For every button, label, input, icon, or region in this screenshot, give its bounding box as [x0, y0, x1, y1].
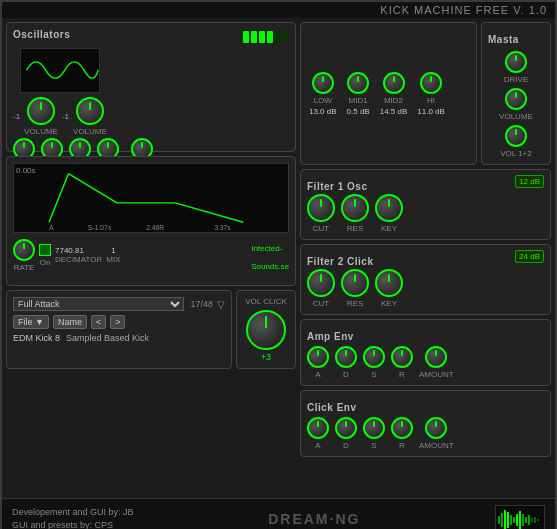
svg-rect-11 [507, 512, 509, 528]
file-button[interactable]: File ▼ [13, 315, 49, 329]
osc2-volume-knob[interactable] [76, 97, 104, 125]
amp-r-knob[interactable] [391, 346, 413, 368]
prev-button[interactable]: < [91, 315, 106, 329]
eq-mid2-value: 14.5 dB [380, 107, 408, 116]
eq-hi-knob[interactable] [420, 72, 442, 94]
svg-line-3 [175, 203, 243, 222]
osc1-waveform[interactable] [20, 48, 100, 93]
filter1-res-label: RES [347, 224, 363, 233]
click-env-panel: Click Env A D S [300, 390, 551, 457]
eq-hi-value: 11.0 dB [417, 107, 445, 116]
svg-rect-9 [501, 513, 503, 527]
svg-rect-19 [531, 518, 533, 522]
filter2-cut-knob[interactable] [307, 269, 335, 297]
click-d-group: D [335, 417, 357, 450]
vol-click-knob[interactable] [246, 310, 286, 350]
rate-knob[interactable] [13, 239, 35, 261]
filter2-res-knob[interactable] [341, 269, 369, 297]
filter1-cut-group: CUT [307, 194, 335, 233]
amp-d-label: D [343, 370, 349, 379]
osc1-value: -1 [13, 112, 20, 121]
click-amount-group: AMOUNT [419, 417, 454, 450]
masta-vol12-label: VOL 1+2 [500, 149, 532, 158]
title-bar: KICK MACHINE FREE V. 1.0 [2, 2, 555, 18]
osc1-volume-label: VOLUME [24, 127, 58, 136]
osc1-volume-knob[interactable] [27, 97, 55, 125]
click-d-knob[interactable] [335, 417, 357, 439]
amp-r-group: R [391, 346, 413, 379]
eq-mid1-knob[interactable] [347, 72, 369, 94]
decimator-toggle[interactable] [39, 244, 51, 256]
amp-env-knob-row: A D S R AMOU [307, 346, 544, 379]
footer-logo: DREAM·NG [268, 511, 360, 527]
click-s-knob[interactable] [363, 417, 385, 439]
amp-amount-knob[interactable] [425, 346, 447, 368]
filter1-res-knob[interactable] [341, 194, 369, 222]
next-button[interactable]: > [110, 315, 125, 329]
click-amount-label: AMOUNT [419, 441, 454, 450]
amp-env-panel: Amp Env A D S [300, 319, 551, 386]
vol-click-label: VOL CLICK [245, 297, 287, 306]
svg-rect-15 [519, 511, 521, 529]
masta-volume-knob[interactable] [505, 88, 527, 110]
svg-rect-8 [498, 516, 500, 524]
infected-label: Infected-Sounds.se [251, 244, 289, 271]
svg-rect-20 [534, 517, 536, 523]
env-time-start: 0.00s [16, 166, 36, 175]
filter2-key-group: KEY [375, 269, 403, 308]
svg-line-1 [68, 174, 117, 203]
click-a-label: A [315, 441, 320, 450]
svg-rect-18 [528, 515, 530, 525]
click-a-knob[interactable] [307, 417, 329, 439]
click-env-title: Click Env [307, 402, 357, 413]
preset-dropdown[interactable]: Full Attack [13, 297, 184, 311]
eq-mid2-knob[interactable] [383, 72, 405, 94]
osc-title: Oscillators [13, 29, 70, 40]
footer-text: Developement and GUI by: JB GUI and pres… [12, 506, 134, 529]
footer: Developement and GUI by: JB GUI and pres… [2, 498, 555, 529]
bottom-left: Full Attack 17/48 ▽ File ▼ Name < > EDM … [6, 290, 296, 369]
amp-a-knob[interactable] [307, 346, 329, 368]
amp-a-label: A [315, 370, 320, 379]
name-button[interactable]: Name [53, 315, 87, 329]
env-display: 0.00s A S-1.07s 2.48R 3.37s [13, 163, 289, 233]
click-d-label: D [343, 441, 349, 450]
masta-drive-group: DRIVE [488, 51, 544, 84]
amp-s-group: S [363, 346, 385, 379]
eq-low-value: 13.0 dB [309, 107, 337, 116]
svg-text:2.48R: 2.48R [146, 224, 164, 231]
amp-r-label: R [399, 370, 405, 379]
filter2-key-knob[interactable] [375, 269, 403, 297]
filter1-db: 12 dB [515, 175, 544, 188]
osc2-volume-label: VOLUME [73, 127, 107, 136]
svg-rect-17 [525, 517, 527, 523]
filter1-key-knob[interactable] [375, 194, 403, 222]
rate-value: 7740.81 [55, 246, 102, 255]
amp-d-knob[interactable] [335, 346, 357, 368]
filter1-cut-knob[interactable] [307, 194, 335, 222]
click-amount-knob[interactable] [425, 417, 447, 439]
click-r-label: R [399, 441, 405, 450]
masta-vol12-knob[interactable] [505, 125, 527, 147]
masta-drive-label: DRIVE [504, 75, 528, 84]
amp-s-knob[interactable] [363, 346, 385, 368]
filter1-panel: Filter 1 Osc 12 dB CUT RES KEY [300, 169, 551, 240]
masta-volume-label: VOLUME [499, 112, 533, 121]
led-bar-4 [267, 31, 273, 43]
filter1-title: Filter 1 Osc [307, 181, 367, 192]
masta-section: Masta DRIVE VOLUME VOL 1+2 [481, 22, 551, 165]
led-bar-3 [259, 31, 265, 43]
filter2-key-label: KEY [381, 299, 397, 308]
eq-low-knob[interactable] [312, 72, 334, 94]
osc2-value: -1 [62, 112, 69, 121]
click-r-knob[interactable] [391, 417, 413, 439]
click-s-group: S [363, 417, 385, 450]
amp-s-label: S [371, 370, 376, 379]
on-label: On [40, 258, 51, 267]
osc-header: Oscillators [13, 29, 289, 44]
masta-drive-knob[interactable] [505, 51, 527, 73]
svg-rect-12 [510, 515, 512, 525]
svg-text:3.37s: 3.37s [214, 224, 231, 231]
osc2-volume-group: VOLUME [73, 97, 107, 136]
svg-rect-21 [537, 519, 539, 521]
